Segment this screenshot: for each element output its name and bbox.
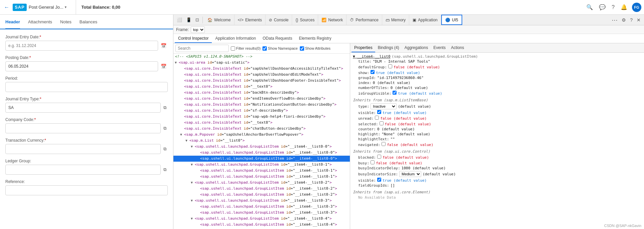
tree-node-invisible-11[interactable]: <sap.ui.core.InvisibleText id="chatButto… <box>173 126 350 132</box>
input-transaction-currency[interactable] <box>5 144 161 154</box>
input-ledger-group[interactable] <box>5 165 161 175</box>
subtab-application-info[interactable]: Application Information <box>212 34 259 43</box>
tree-node-invisible-7[interactable]: <sap.ui.core.InvisibleText id="Notificat… <box>173 102 350 108</box>
bell-button[interactable]: 🔔 <box>619 3 629 12</box>
prop-is-group-visible-checkbox[interactable] <box>393 91 397 95</box>
prop-show-checkbox[interactable] <box>371 70 375 74</box>
tree-node-item3-parent[interactable]: ▼<sap.ushell.ui.launchpad.GroupListItem … <box>173 198 350 204</box>
tree-node-item0-child2[interactable]: <sap.ushell.ui.launchpad.GroupListItem i… <box>173 156 350 162</box>
props-tab-properties[interactable]: Properties <box>352 43 375 52</box>
help-button[interactable]: ? <box>610 3 616 12</box>
search-button[interactable]: 🔍 <box>585 3 594 12</box>
elements-icon: </> <box>238 18 243 22</box>
tab-console[interactable]: ⊘ Console <box>265 15 292 25</box>
tab-network[interactable]: 📶 Network <box>318 15 347 25</box>
show-attributes-checkbox[interactable] <box>300 46 304 51</box>
tree-node-invisible-2[interactable]: <sap.ui.core.InvisibleText id="sapUshell… <box>173 72 350 78</box>
back-button[interactable]: ← <box>3 3 11 12</box>
tree-node-item3-child2[interactable]: <sap.ushell.ui.launchpad.GroupListItem i… <box>173 210 350 216</box>
tree-node-item2-parent[interactable]: ▼<sap.ushell.ui.launchpad.GroupListItem … <box>173 180 350 186</box>
dt-icon-dock[interactable]: ⊡ <box>193 17 201 22</box>
tree-node-item0-child1[interactable]: <sap.ushell.ui.launchpad.GroupListItem i… <box>173 150 350 156</box>
tab-performance[interactable]: ⏱ Performance <box>347 15 382 25</box>
tab-memory[interactable]: 🗃 Memory <box>382 15 409 25</box>
subtab-elements-registry[interactable]: Elements Registry <box>295 34 335 43</box>
tree-node-item2-child1[interactable]: <sap.ushell.ui.launchpad.GroupListItem i… <box>173 186 350 192</box>
input-company-code[interactable] <box>5 123 161 133</box>
tree-node-item2-child2[interactable]: <sap.ushell.ui.launchpad.GroupListItem i… <box>173 192 350 198</box>
calendar-icon-posting[interactable]: 📅 <box>159 62 168 70</box>
copy-icon-currency[interactable]: ⧉ <box>162 145 168 153</box>
filter-results-checkbox[interactable] <box>231 46 235 51</box>
prop-selected-checkbox[interactable] <box>380 121 384 125</box>
props-tab-aggregations[interactable]: Aggregations <box>402 43 431 52</box>
prop-visible-checkbox[interactable] <box>377 110 381 114</box>
tree-node-invisible-8[interactable]: <sap.ui.core.InvisibleText id="sf-descri… <box>173 108 350 114</box>
copy-icon-company[interactable]: ⧉ <box>162 124 168 132</box>
dt-more-icon[interactable]: ⋯ <box>610 16 620 24</box>
prop-blocked-checkbox[interactable] <box>377 155 381 159</box>
tree-node-item1-child2[interactable]: <sap.ushell.ui.launchpad.GroupListItem i… <box>173 174 350 180</box>
tree-node-comment[interactable]: <!-- <SAPUI5 v1.124.0-SNAPSHOT> --> <box>173 54 350 60</box>
prop-unread-checkbox[interactable] <box>375 116 379 120</box>
search-input[interactable] <box>175 45 229 52</box>
props-tab-actions[interactable]: Actions <box>448 43 467 52</box>
props-tab-events[interactable]: Events <box>431 43 448 52</box>
tab-attachments[interactable]: Attachments <box>28 15 52 29</box>
tree-node-item1-parent[interactable]: ▼<sap.ushell.ui.launchpad.GroupListItem … <box>173 162 350 168</box>
calendar-icon[interactable]: 📅 <box>159 42 168 50</box>
prop-visible2-checkbox[interactable] <box>377 178 381 182</box>
dt-settings-icon[interactable]: ⚙ <box>620 17 628 23</box>
tree-node-item4-parent[interactable]: ▼<sap.ushell.ui.launchpad.GroupListItem … <box>173 216 350 222</box>
tab-application[interactable]: ▣ Application <box>409 15 441 25</box>
dt-icon-inspect[interactable]: ⬜ <box>175 17 184 22</box>
avatar[interactable]: FG <box>632 3 641 12</box>
tree-node-invisible-10[interactable]: <sap.ui.core.InvisibleText id="__text8"> <box>173 120 350 126</box>
subtab-control-inspector[interactable]: Control Inspector <box>175 34 212 43</box>
tab-welcome[interactable]: 🏠 Welcome <box>204 15 234 25</box>
prop-busy-checkbox[interactable] <box>371 160 375 164</box>
copy-icon[interactable]: ⧉ <box>162 104 168 112</box>
tree-node-item3-child1[interactable]: <sap.ushell.ui.launchpad.GroupListItem i… <box>173 204 350 210</box>
tree-node-list[interactable]: ▼<sap.m.List id="__list0"> <box>173 138 350 144</box>
copy-icon-ledger[interactable]: ⧉ <box>162 166 168 174</box>
tab-notes[interactable]: Notes <box>60 15 71 29</box>
input-posting-date[interactable] <box>5 61 158 71</box>
frame-select[interactable]: top <box>191 26 205 33</box>
tree-node-sap-ui-area[interactable]: ▼<sap.ui-area id="sap-ui-static"> <box>173 60 350 66</box>
tree-node-item4-child1[interactable]: <sap.ushell.ui.launchpad.GroupListItem i… <box>173 222 350 228</box>
prop-type-select[interactable]: Inactive Active Navigation Detail <box>371 103 397 109</box>
prop-navigated-checkbox[interactable] <box>382 142 386 146</box>
props-tab-bindings[interactable]: Bindings (4) <box>375 43 402 52</box>
dt-help-icon[interactable]: ? <box>628 17 635 23</box>
tree-node-popover[interactable]: ▼<sap.m.Popover id="sapUshellAnchorBarOv… <box>173 132 350 138</box>
tree-node-invisible-1[interactable]: <sap.ui.core.InvisibleText id="sapUshell… <box>173 66 350 72</box>
chevron-down-icon[interactable]: ▾ <box>65 5 67 9</box>
show-namespace-checkbox[interactable] <box>262 46 267 51</box>
tree-node-item0-parent[interactable]: ▼<sap.ushell.ui.launchpad.GroupListItem … <box>173 144 350 150</box>
tree-node-invisible-5[interactable]: <sap.ui.core.InvisibleText id="backBtn-d… <box>173 90 350 96</box>
selected-item-link[interactable]: ▼ __item4-__list0 <box>353 54 391 59</box>
chat-button[interactable]: 💬 <box>598 3 607 12</box>
tab-ui5[interactable]: 🔵 UI5 <box>441 15 462 25</box>
tab-elements[interactable]: </> Elements <box>234 15 265 25</box>
dt-icon-device[interactable]: 📱 <box>184 17 193 22</box>
tab-header[interactable]: Header <box>5 15 20 29</box>
input-journal-entry-date[interactable] <box>5 41 158 51</box>
tree-node-invisible-6[interactable]: <sap.ui.core.InvisibleText id="endItemsO… <box>173 96 350 102</box>
tree-node-item4-child2[interactable]: <sap.ushell.ui.launchpad.GroupListItem i… <box>173 228 350 229</box>
tree-node-invisible-9[interactable]: <sap.ui.core.InvisibleText id="sap-wpb-h… <box>173 114 350 120</box>
tree-node-item1-child1[interactable]: <sap.ushell.ui.launchpad.GroupListItem i… <box>173 168 350 174</box>
prop-busy-indicator-size-select[interactable]: Small Medium Large <box>399 171 421 177</box>
dt-close-icon[interactable]: ✕ <box>635 17 643 23</box>
input-period[interactable] <box>5 82 168 92</box>
tree-node-invisible-4[interactable]: <sap.ui.core.InvisibleText id="__text0"> <box>173 84 350 90</box>
input-journal-entry-type[interactable] <box>5 103 161 113</box>
prop-defaultgroup-checkbox[interactable] <box>388 64 392 68</box>
props-list-itembase: title: "DLM - Internal SAP Tools" defaul… <box>358 59 641 96</box>
tab-balances[interactable]: Balances <box>79 15 97 29</box>
tree-node-invisible-3[interactable]: <sap.ui.core.InvisibleText id="sapUshell… <box>173 78 350 84</box>
input-reference[interactable] <box>5 185 168 195</box>
subtab-odata-requests[interactable]: OData Requests <box>259 34 295 43</box>
tab-sources[interactable]: {} Sources <box>292 15 318 25</box>
